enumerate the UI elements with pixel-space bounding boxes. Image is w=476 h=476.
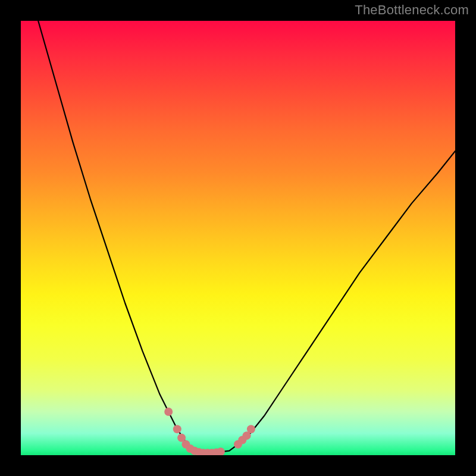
bottleneck-curve: [38, 21, 455, 453]
highlight-dot: [186, 444, 195, 453]
highlight-dot: [217, 447, 225, 455]
curve-layer: [21, 21, 455, 455]
highlight-dot: [247, 425, 255, 433]
highlight-dot: [177, 434, 186, 442]
watermark-text: TheBottleneck.com: [355, 2, 469, 18]
highlight-dot: [212, 449, 221, 455]
highlight-dot: [208, 449, 216, 455]
highlight-dots: [164, 408, 255, 455]
highlight-dot: [195, 448, 203, 455]
highlight-dot: [164, 408, 173, 416]
chart-root: TheBottleneck.com: [0, 0, 476, 476]
highlight-dot: [234, 440, 242, 449]
highlight-dot: [181, 440, 190, 449]
highlight-dot: [203, 449, 212, 455]
highlight-dot: [173, 425, 181, 433]
plot-area: [21, 21, 455, 455]
highlight-dot: [190, 447, 199, 455]
highlight-dot: [199, 449, 208, 455]
highlight-dot: [243, 431, 251, 440]
highlight-dot: [238, 436, 246, 444]
